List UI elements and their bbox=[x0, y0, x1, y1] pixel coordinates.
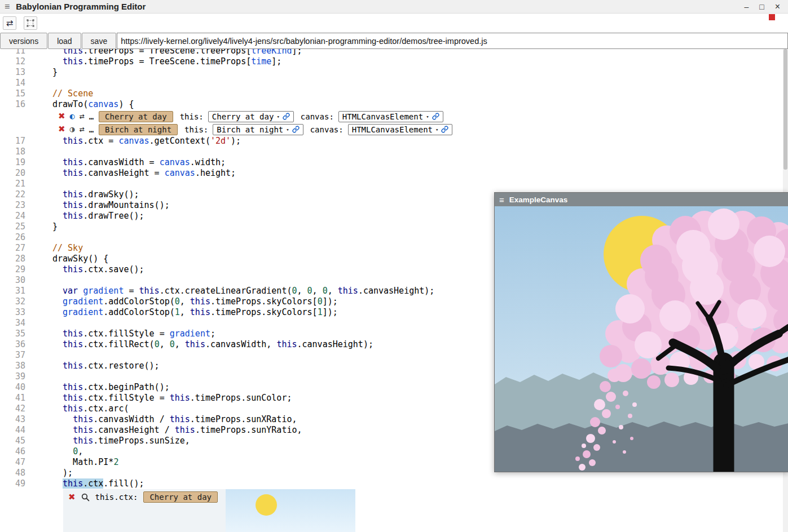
code-line[interactable]: 16drawTo(canvas) { bbox=[0, 99, 788, 110]
code-text[interactable] bbox=[25, 78, 58, 88]
example-toggle-icon[interactable]: ◑ bbox=[70, 125, 75, 134]
window-titlebar[interactable]: ≡ Babylonian Programming Editor – □ × bbox=[0, 0, 788, 14]
code-text[interactable]: this.canvasHeight = canvas.height; bbox=[25, 168, 236, 179]
line-number: 40 bbox=[0, 382, 25, 393]
this-value-dropdown[interactable]: Birch at night ▾ bbox=[213, 124, 303, 135]
code-line[interactable]: 14 bbox=[0, 78, 788, 88]
canvas-value-dropdown[interactable]: HTMLCanvasElement ▾ bbox=[348, 124, 453, 135]
close-icon[interactable]: ✖ bbox=[58, 112, 65, 121]
code-text[interactable]: this.ctx.fillStyle = this.timeProps.sunC… bbox=[25, 393, 292, 404]
line-number: 23 bbox=[0, 200, 25, 211]
code-text[interactable] bbox=[25, 232, 58, 243]
this-param-label: this: bbox=[184, 125, 208, 134]
code-text[interactable]: } bbox=[25, 67, 58, 78]
link-icon[interactable] bbox=[441, 126, 448, 133]
line-number: 20 bbox=[0, 168, 25, 179]
code-text[interactable]: } bbox=[25, 221, 58, 232]
example-canvas-window[interactable]: ≡ ExampleCanvas bbox=[494, 192, 788, 472]
code-text[interactable]: this.drawTree(); bbox=[25, 211, 144, 221]
code-text[interactable] bbox=[25, 371, 58, 382]
link-icon[interactable] bbox=[292, 126, 300, 133]
code-line[interactable]: 13} bbox=[0, 67, 788, 78]
code-text[interactable]: Math.PI*2 bbox=[25, 457, 118, 468]
code-text[interactable]: this.treeProps = TreeScene.treeProps[tre… bbox=[25, 49, 302, 56]
code-text[interactable]: drawSky() { bbox=[25, 254, 108, 264]
link-icon[interactable] bbox=[432, 113, 439, 120]
swap-tool-button[interactable]: ⇄ bbox=[3, 16, 16, 30]
code-text[interactable]: // Scene bbox=[25, 88, 93, 99]
code-text[interactable]: this.ctx.fillRect(0, 0, this.canvasWidth… bbox=[25, 339, 373, 350]
code-text[interactable] bbox=[25, 147, 58, 157]
code-line[interactable]: 21 bbox=[0, 179, 788, 189]
versions-button[interactable]: versions bbox=[0, 33, 47, 49]
code-text[interactable]: this.ctx.fill(); bbox=[25, 478, 144, 489]
code-text[interactable]: this.drawMountains(); bbox=[25, 200, 170, 211]
code-line[interactable]: 49 this.ctx.fill(); bbox=[0, 478, 788, 489]
code-text[interactable]: this.timeProps = TreeScene.timeProps[tim… bbox=[25, 56, 281, 67]
url-input[interactable] bbox=[117, 33, 788, 49]
this-value-dropdown[interactable]: Cherry at day ▾ bbox=[208, 111, 294, 122]
canvas-value-dropdown[interactable]: HTMLCanvasElement ▾ bbox=[338, 111, 443, 122]
example-name-button[interactable]: Cherry at day bbox=[99, 111, 173, 122]
example-toggle-icon[interactable]: ◐ bbox=[70, 112, 75, 121]
close-icon[interactable]: ✖ bbox=[68, 493, 76, 502]
code-text[interactable]: this.ctx.beginPath(); bbox=[25, 382, 170, 393]
code-text[interactable]: this.canvasHeight / this.timeProps.sunYR… bbox=[25, 425, 302, 436]
code-text[interactable]: gradient.addColorStop(1, this.timeProps.… bbox=[25, 307, 338, 318]
code-text[interactable] bbox=[25, 350, 58, 361]
editor-toolbar: ⇄ bbox=[0, 14, 788, 33]
maximize-button[interactable]: □ bbox=[759, 3, 764, 11]
line-number: 12 bbox=[0, 56, 25, 67]
code-text[interactable]: // Sky bbox=[25, 243, 83, 254]
code-line[interactable]: 12 this.timeProps = TreeScene.timeProps[… bbox=[0, 56, 788, 67]
menu-icon[interactable]: ≡ bbox=[499, 196, 504, 204]
code-text[interactable]: gradient.addColorStop(0, this.timeProps.… bbox=[25, 296, 338, 307]
code-text[interactable]: var gradient = this.ctx.createLinearGrad… bbox=[25, 286, 434, 296]
code-line[interactable]: 20 this.canvasHeight = canvas.height; bbox=[0, 168, 788, 179]
minimize-button[interactable]: – bbox=[744, 3, 749, 11]
code-text[interactable]: this.drawSky(); bbox=[25, 189, 139, 200]
code-text[interactable]: 0, bbox=[25, 446, 83, 457]
code-text[interactable]: this.ctx.arc( bbox=[25, 404, 129, 414]
swap-icon[interactable]: ⇄ bbox=[80, 112, 85, 121]
close-button[interactable]: × bbox=[775, 2, 780, 11]
code-line[interactable]: 19 this.canvasWidth = canvas.width; bbox=[0, 157, 788, 168]
canvas-value: HTMLCanvasElement bbox=[352, 125, 433, 134]
save-button[interactable]: save bbox=[82, 33, 117, 49]
magnifier-icon[interactable] bbox=[81, 493, 90, 502]
code-text[interactable]: ); bbox=[25, 468, 73, 478]
code-line[interactable]: 17 this.ctx = canvas.getContext('2d'); bbox=[0, 136, 788, 147]
menu-icon[interactable]: ≡ bbox=[5, 2, 10, 11]
code-text[interactable] bbox=[25, 275, 58, 286]
code-text[interactable]: this.ctx.fillStyle = gradient; bbox=[25, 329, 215, 339]
swap-icon[interactable]: ⇄ bbox=[80, 125, 85, 134]
code-line[interactable]: 18 bbox=[0, 147, 788, 157]
line-number: 47 bbox=[0, 457, 25, 468]
code-lines-top: 11 this.treeProps = TreeScene.treeProps[… bbox=[0, 49, 788, 110]
code-text[interactable]: this.timeProps.sunSize, bbox=[25, 436, 190, 446]
tree-scene-canvas bbox=[495, 206, 788, 472]
line-number: 11 bbox=[0, 49, 25, 56]
link-icon[interactable] bbox=[283, 113, 290, 120]
code-text[interactable] bbox=[25, 318, 58, 329]
example-name-button[interactable]: Cherry at day bbox=[143, 491, 218, 503]
code-text[interactable] bbox=[25, 179, 58, 189]
line-number: 22 bbox=[0, 189, 25, 200]
example-name-button[interactable]: Birch at night bbox=[99, 124, 178, 135]
code-text[interactable]: this.canvasWidth / this.timeProps.sunXRa… bbox=[25, 414, 297, 425]
load-button[interactable]: load bbox=[48, 33, 81, 49]
scrollbar-thumb[interactable] bbox=[783, 49, 787, 170]
close-icon[interactable]: ✖ bbox=[58, 125, 65, 134]
more-options-icon[interactable]: … bbox=[89, 126, 94, 134]
example-canvas-titlebar[interactable]: ≡ ExampleCanvas bbox=[495, 193, 788, 206]
code-text[interactable]: this.canvasWidth = canvas.width; bbox=[25, 157, 226, 168]
code-line[interactable]: 11 this.treeProps = TreeScene.treeProps[… bbox=[0, 49, 788, 56]
code-text[interactable]: drawTo(canvas) { bbox=[25, 99, 134, 110]
code-text[interactable]: this.ctx.restore(); bbox=[25, 361, 160, 371]
line-number: 48 bbox=[0, 468, 25, 478]
code-text[interactable]: this.ctx = canvas.getContext('2d'); bbox=[25, 136, 241, 147]
code-line[interactable]: 15// Scene bbox=[0, 88, 788, 99]
code-text[interactable]: this.ctx.save(); bbox=[25, 264, 144, 275]
transform-tool-button[interactable] bbox=[24, 16, 37, 30]
more-options-icon[interactable]: … bbox=[89, 113, 94, 121]
